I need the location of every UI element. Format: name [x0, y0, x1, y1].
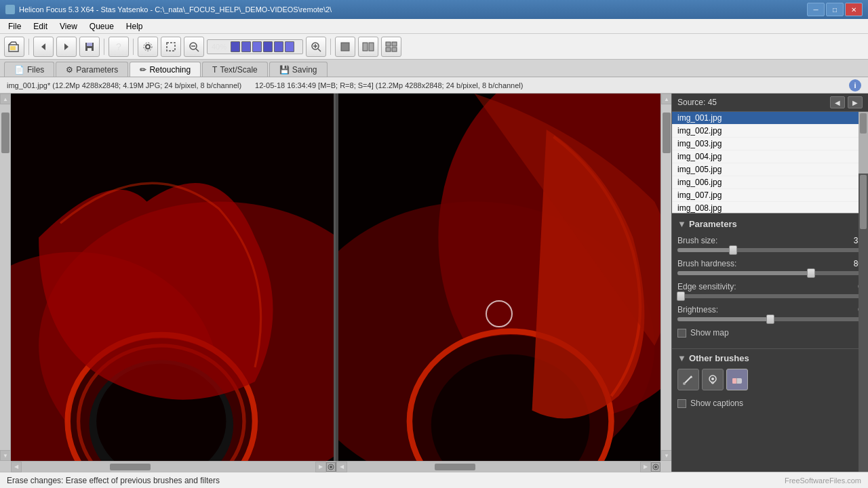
svg-rect-19 — [369, 43, 374, 51]
tab-textscale[interactable]: T Text/Scale — [202, 62, 268, 77]
tab-files[interactable]: 📄 Files — [4, 62, 54, 77]
erase-brush-button[interactable] — [726, 369, 748, 390]
toolbar-separator-2 — [104, 39, 104, 55]
help-icon: ? — [116, 41, 121, 52]
menu-view[interactable]: View — [54, 20, 83, 33]
menu-file[interactable]: File — [3, 20, 26, 33]
h-scrollbar-right[interactable]: ◀ ▶ — [336, 461, 661, 472]
paint-brush-button[interactable] — [677, 369, 699, 390]
right-panel-scrollbar[interactable] — [859, 174, 868, 472]
brush-size-slider[interactable] — [677, 248, 863, 252]
source-header: Source: 45 ◀ ▶ — [672, 94, 868, 112]
brush-buttons-group — [677, 369, 863, 390]
parameters-header[interactable]: ▼ Parameters — [677, 219, 863, 229]
scroll-down-arrow[interactable]: ▼ — [0, 450, 11, 461]
help-button[interactable]: ? — [108, 37, 129, 57]
horizontal-scrollbar-area: ◀ ▶ ◀ ▶ — [0, 461, 671, 472]
menu-edit[interactable]: Edit — [28, 20, 53, 33]
parameters-icon: ⚙ — [66, 65, 73, 75]
right-panel: Source: 45 ◀ ▶ img_001.jpg img_002.jpg i… — [671, 94, 868, 472]
brightness-slider[interactable] — [677, 317, 863, 321]
titlebar-controls[interactable]: ─ □ ✕ — [807, 3, 863, 16]
clone-brush-button[interactable] — [702, 369, 724, 390]
scroll-right-arrow-1[interactable]: ▶ — [315, 462, 326, 472]
file-list[interactable]: img_001.jpg img_002.jpg img_003.jpg img_… — [672, 112, 868, 214]
file-item[interactable]: img_006.jpg — [672, 176, 868, 189]
scroll-up-arrow[interactable]: ▲ — [0, 94, 11, 104]
h-scroll-thumb-left[interactable] — [110, 464, 151, 470]
scroll-left-arrow-2[interactable]: ◀ — [336, 462, 347, 472]
menu-queue[interactable]: Queue — [84, 20, 119, 33]
svg-rect-18 — [363, 43, 368, 51]
select-button[interactable] — [161, 37, 181, 57]
zoom-fit-left[interactable] — [326, 462, 336, 472]
svg-rect-17 — [341, 43, 349, 51]
forward-button[interactable] — [56, 37, 77, 57]
edge-sensitivity-slider[interactable] — [677, 294, 863, 298]
file-item[interactable]: img_002.jpg — [672, 125, 868, 138]
file-item[interactable]: img_008.jpg — [672, 202, 868, 214]
window-title: Helicon Focus 5.3 X64 - Stas Yatsenko - … — [19, 5, 332, 14]
zoom-fit-right[interactable] — [651, 462, 660, 472]
menubar: File Edit View Queue Help — [0, 19, 868, 34]
file-item[interactable]: img_003.jpg — [672, 138, 868, 150]
brush-size-label: Brush size: — [677, 236, 717, 245]
source-prev-button[interactable]: ◀ — [830, 96, 845, 108]
tab-retouching[interactable]: ✏ Retouching — [130, 62, 201, 77]
show-map-checkbox[interactable] — [677, 329, 686, 338]
v-scrollbar-left[interactable]: ▲ ▼ — [0, 94, 11, 461]
settings-button[interactable] — [138, 37, 158, 57]
zoom-out-button[interactable] — [184, 37, 204, 57]
parameters-label: Parameters — [689, 219, 737, 229]
file-item[interactable]: img_004.jpg — [672, 150, 868, 163]
other-brushes-header[interactable]: ▼ Other brushes — [677, 353, 863, 363]
minimize-button[interactable]: ─ — [807, 3, 825, 16]
back-button[interactable] — [33, 37, 54, 57]
h-scrollbar-left[interactable]: ◀ ▶ — [11, 461, 336, 472]
save-button[interactable] — [79, 37, 100, 57]
scroll-left-arrow-1[interactable]: ◀ — [11, 462, 22, 472]
file-item[interactable]: img_007.jpg — [672, 189, 868, 202]
v-scroll-thumb[interactable] — [1, 113, 9, 153]
other-brushes-section: ▼ Other brushes — [672, 348, 868, 394]
v-scrollbar-right[interactable]: ▲ ▼ — [660, 94, 671, 461]
source-next-button[interactable]: ▶ — [848, 96, 863, 108]
file-item[interactable]: img_001.jpg — [672, 112, 868, 125]
v-scroll-thumb-right[interactable] — [663, 113, 671, 153]
right-panel-scroll-thumb[interactable] — [860, 175, 867, 229]
close-button[interactable]: ✕ — [845, 3, 863, 16]
info-button[interactable]: i — [849, 79, 861, 92]
dual-image-panels — [11, 94, 660, 461]
tab-parameters[interactable]: ⚙ Parameters — [56, 62, 128, 77]
open-button[interactable] — [4, 37, 24, 57]
zoom-in-button[interactable] — [306, 37, 326, 57]
brush-hardness-slider[interactable] — [677, 271, 863, 275]
file-list-scroll-thumb[interactable] — [860, 113, 867, 134]
image-panel-left[interactable] — [11, 94, 336, 461]
scroll-up-arrow-right[interactable]: ▲ — [661, 94, 672, 104]
svg-rect-5 — [87, 43, 92, 46]
toolbar-separator-1 — [28, 39, 29, 55]
h-scroll-thumb-right[interactable] — [435, 464, 475, 470]
brightness-label: Brightness: — [677, 305, 718, 314]
tab-parameters-label: Parameters — [76, 65, 118, 75]
tab-saving[interactable]: 💾 Saving — [269, 62, 328, 77]
file-item[interactable]: img_005.jpg — [672, 163, 868, 176]
brush-hardness-row: Brush hardness: 80 — [677, 259, 863, 275]
quad-view-button[interactable] — [381, 37, 401, 57]
menu-help[interactable]: Help — [121, 20, 149, 33]
maximize-button[interactable]: □ — [826, 3, 844, 16]
scroll-down-arrow-right[interactable]: ▼ — [661, 450, 672, 461]
panel-divider[interactable] — [336, 94, 338, 461]
tab-saving-label: Saving — [292, 65, 317, 75]
image-panel-right[interactable] — [338, 94, 661, 461]
scroll-right-arrow-2[interactable]: ▶ — [640, 462, 651, 472]
svg-line-14 — [318, 49, 321, 52]
show-captions-checkbox[interactable] — [677, 399, 686, 408]
image-canvas-right — [338, 94, 661, 461]
svg-rect-23 — [392, 47, 397, 52]
single-view-button[interactable] — [335, 37, 355, 57]
split-view-button[interactable] — [358, 37, 378, 57]
svg-marker-2 — [41, 43, 45, 50]
other-brushes-collapse-icon: ▼ — [677, 353, 686, 363]
